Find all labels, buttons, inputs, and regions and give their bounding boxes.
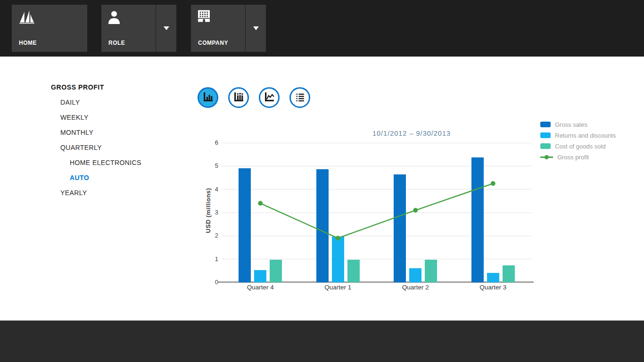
sidebar-item-weekly[interactable]: WEEKLY [60,114,89,121]
role-dropdown-button[interactable] [156,5,176,52]
y-tick-label: 6 [200,139,218,146]
role-tile[interactable]: ROLE [101,5,156,52]
x-tick-label: Quarter 3 [465,284,521,291]
gridline [222,259,532,259]
gridline [222,166,532,166]
line-chart-button[interactable] [259,87,280,108]
app-window: HOME ROLE [0,0,644,362]
sidebar-item-monthly[interactable]: MONTHLY [60,129,93,136]
returns-discounts-swatch [540,132,551,138]
legend-item-gross-sales: Gross sales [540,122,616,127]
bar-gross-sales [239,168,251,282]
x-tick-label: Quarter 1 [310,284,366,291]
sidebar-item-auto[interactable]: AUTO [70,174,89,181]
legend-item-gross-profit: Gross profit [540,154,616,160]
bar-cost-of-goods-sold [270,260,282,282]
gridline [222,143,532,143]
bar-returns-and-discounts [487,273,499,282]
bar-returns-and-discounts [409,268,421,282]
company-tile-label: COMPANY [198,40,228,46]
gridline [222,236,532,236]
sidebar-title-gross-profit: GROSS PROFIT [51,83,104,91]
legend-item-cost-of-goods: Cost of goods sold [540,143,616,149]
y-tick-label: 4 [200,186,218,193]
gross-sales-swatch [540,122,551,127]
sidebar-item-yearly[interactable]: YEARLY [60,189,87,197]
list-view-icon [295,91,305,104]
bar-returns-and-discounts [254,270,266,282]
y-tick-label: 5 [200,162,218,169]
chevron-down-icon [164,26,169,30]
home-tile[interactable]: HOME [12,5,87,52]
list-view-button[interactable] [289,87,310,108]
company-tile[interactable]: COMPANY [191,5,245,52]
x-tick-label: Quarter 2 [387,284,444,291]
sidebar-item-home-electronics[interactable]: HOME ELECTRONICS [70,159,141,166]
gross-profit-line-swatch [540,154,553,160]
gridline [222,213,532,213]
bar-gross-sales [394,174,406,282]
gridline [222,189,532,189]
chevron-down-icon [253,26,259,30]
y-tick-label: 3 [200,209,218,216]
bar-returns-and-discounts [332,237,344,282]
bar-cost-of-goods-sold [503,265,515,282]
sidebar-item-quarterly[interactable]: QUARTERLY [60,144,102,151]
bottom-app-bar: i Info Lync Refresh [0,321,644,362]
person-icon [107,10,121,27]
column-chart-icon [203,91,214,104]
y-tick-label: 1 [200,255,218,263]
sidebar-item-daily[interactable]: DAILY [60,99,80,106]
legend-item-returns-discounts: Returns and discounts [540,132,616,138]
chart-legend: Gross sales Returns and discounts Cost o… [540,122,616,165]
role-tile-label: ROLE [108,40,125,46]
building-icon [198,9,210,25]
nav-logo-icon [18,10,36,28]
stacked-column-chart-button[interactable] [228,87,249,108]
company-dropdown-button[interactable] [246,5,266,52]
bar-cost-of-goods-sold [347,260,360,282]
bar-gross-sales [471,157,484,282]
home-tile-label: HOME [19,40,37,46]
bar-gross-sales [316,169,329,282]
x-tick-label: Quarter 4 [232,284,289,291]
bar-cost-of-goods-sold [425,260,437,282]
y-tick-label: 2 [200,232,218,239]
y-tick-label: 0 [200,279,218,286]
top-app-bar: HOME ROLE [0,0,644,57]
column-chart-button[interactable] [198,87,218,108]
stacked-column-chart-icon [233,91,244,104]
chart-title: 10/1/2012 – 9/30/2013 [317,130,506,137]
cost-of-goods-swatch [540,143,551,149]
line-chart-icon [264,91,275,104]
